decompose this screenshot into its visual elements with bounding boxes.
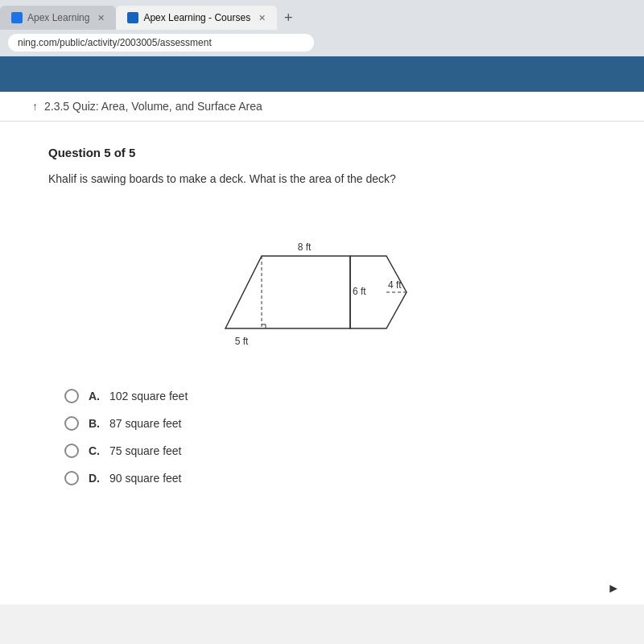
tab-apex-learning[interactable]: Apex Learning ✕: [0, 6, 116, 30]
radio-d[interactable]: [64, 471, 79, 485]
new-tab-button[interactable]: +: [277, 6, 299, 29]
answer-option-d[interactable]: D. 90 square feet: [64, 471, 596, 485]
question-text: Khalif is sawing boards to make a deck. …: [48, 171, 596, 188]
tab-apex-learning-courses[interactable]: Apex Learning - Courses ✕: [116, 6, 277, 30]
answer-option-c[interactable]: C. 75 square feet: [64, 444, 596, 458]
answer-letter-c: C.: [89, 444, 100, 457]
answer-option-b[interactable]: B. 87 square feet: [64, 416, 596, 431]
diagram-area: 8 ft 6 ft 4 ft 5 ft: [48, 212, 596, 357]
tab-label-2: Apex Learning - Courses: [143, 12, 250, 23]
tab-close-2[interactable]: ✕: [258, 13, 266, 23]
answer-text-c: 75 square feet: [109, 444, 182, 457]
radio-b[interactable]: [64, 416, 79, 431]
svg-text:8 ft: 8 ft: [298, 242, 312, 253]
radio-a[interactable]: [64, 389, 79, 403]
answer-letter-d: D.: [89, 472, 100, 485]
address-bar: ning.com/public/activity/2003005/assessm…: [0, 29, 644, 56]
tab-label-1: Apex Learning: [27, 12, 89, 23]
browser-chrome: Apex Learning ✕ Apex Learning - Courses …: [0, 0, 644, 56]
deck-diagram: 8 ft 6 ft 4 ft 5 ft: [209, 212, 435, 357]
url-input[interactable]: ning.com/public/activity/2003005/assessm…: [8, 34, 314, 52]
breadcrumb-bar: ↑ 2.3.5 Quiz: Area, Volume, and Surface …: [0, 92, 644, 122]
tab-close-1[interactable]: ✕: [97, 13, 105, 23]
nav-bar: [0, 56, 644, 92]
svg-text:5 ft: 5 ft: [235, 336, 249, 347]
answer-option-a[interactable]: A. 102 square feet: [64, 389, 596, 403]
svg-text:6 ft: 6 ft: [353, 286, 366, 297]
cursor: ►: [607, 581, 620, 596]
tab-bar: Apex Learning ✕ Apex Learning - Courses …: [0, 0, 644, 29]
answer-letter-b: B.: [89, 417, 100, 430]
tab-icon-1: [11, 12, 23, 23]
answer-choices: A. 102 square feet B. 87 square feet C. …: [48, 389, 596, 485]
answer-text-a: 102 square feet: [109, 390, 188, 402]
breadcrumb-icon: ↑: [32, 100, 38, 113]
answer-text-b: 87 square feet: [109, 417, 182, 430]
main-content: Question 5 of 5 Khalif is sawing boards …: [0, 122, 644, 605]
question-label: Question 5 of 5: [48, 146, 596, 159]
tab-icon-2: [127, 12, 138, 23]
radio-c[interactable]: [64, 444, 79, 458]
breadcrumb-text: 2.3.5 Quiz: Area, Volume, and Surface Ar…: [44, 100, 262, 113]
svg-text:4 ft: 4 ft: [388, 279, 402, 291]
answer-text-d: 90 square feet: [109, 472, 182, 485]
svg-marker-0: [225, 256, 350, 328]
answer-letter-a: A.: [89, 390, 100, 402]
